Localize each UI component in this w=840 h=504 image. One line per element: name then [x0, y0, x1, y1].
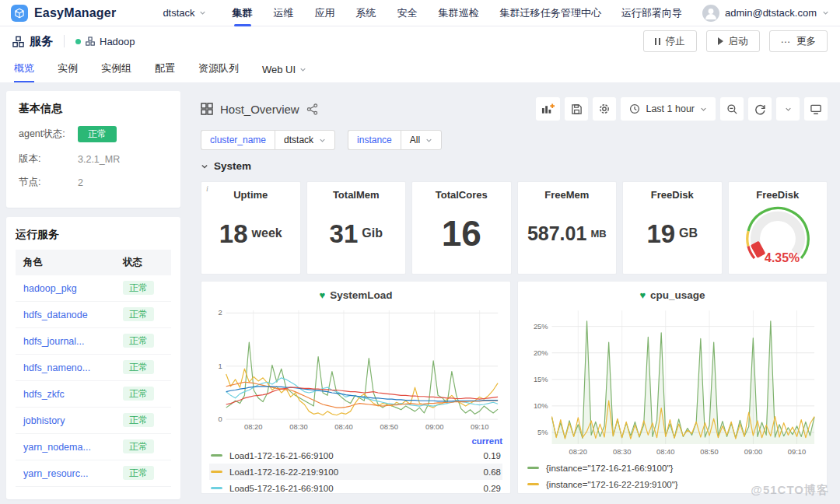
- svg-text:08:50: 08:50: [700, 448, 718, 456]
- stat-card-freedisk[interactable]: FreeDisk19GB: [622, 181, 723, 275]
- service-role-link[interactable]: hdfs_datanode: [23, 310, 88, 320]
- stat-card-freemem[interactable]: FreeMem587.01MB: [517, 181, 618, 275]
- filter-instance: instanceAll: [348, 130, 442, 150]
- user-menu[interactable]: admin@dtstack.com: [702, 5, 829, 22]
- gauge-card-freedisk[interactable]: FreeDisk4.35%: [728, 181, 828, 275]
- stat-value: 18: [219, 221, 248, 247]
- svg-text:08:20: 08:20: [244, 423, 262, 431]
- add-panel-button[interactable]: [536, 97, 560, 121]
- service-tabs: 概览实例实例组配置资源队列Web UI: [12, 56, 828, 82]
- topnav-right-link-2[interactable]: 运行部署向导: [621, 6, 682, 20]
- table-row: hdfs_nameno...正常: [16, 355, 171, 381]
- dashboard-panel: Host_Overview Last 1 hour: [190, 91, 834, 499]
- status-cell: 正常: [115, 302, 171, 328]
- running-services-table: 角色 状态 hadoop_pkg正常hdfs_datanode正常hdfs_jo…: [16, 250, 171, 487]
- brand[interactable]: EasyManager: [11, 5, 116, 22]
- column-role: 角色: [16, 250, 115, 275]
- legend-row: Load5-172-16-21-66:91000.29: [209, 480, 502, 496]
- service-icon: [12, 36, 24, 47]
- systemload-chart[interactable]: 08:2008:3008:4008:5009:0009:10012: [209, 303, 502, 434]
- tab-2[interactable]: 实例: [58, 61, 78, 82]
- tab-4[interactable]: 配置: [155, 61, 175, 82]
- service-role-link[interactable]: yarn_resourc...: [23, 468, 88, 479]
- play-icon: [718, 37, 723, 45]
- legend-row: Load1-172-16-21-66:91000.19: [209, 447, 502, 464]
- stat-title: TotalCores: [436, 189, 488, 201]
- topnav-item-6[interactable]: 集群巡检: [439, 0, 479, 26]
- role-cell: hdfs_journal...: [16, 328, 115, 355]
- pause-icon: [655, 38, 660, 45]
- status-cell: 正常: [115, 275, 171, 302]
- topnav-right-link-1[interactable]: 任务管理中心: [541, 6, 601, 20]
- stat-value: 587.01: [527, 224, 586, 243]
- topnav-item-7[interactable]: 集群迁移: [500, 0, 541, 26]
- service-role-link[interactable]: yarn_nodema...: [23, 442, 91, 453]
- legend-series-label[interactable]: Load1-172-16-21-66:9100: [229, 451, 476, 460]
- start-button[interactable]: 启动: [706, 30, 760, 52]
- topnav-item-5[interactable]: 安全: [397, 0, 418, 26]
- status-badge: 正常: [123, 307, 154, 321]
- topnav-item-4[interactable]: 系统: [356, 0, 376, 26]
- section-system-toggle[interactable]: System: [201, 160, 828, 172]
- running-services-card: 运行服务 角色 状态 hadoop_pkg正常hdfs_datanode正常hd…: [6, 217, 180, 499]
- node-label: 节点:: [19, 176, 78, 189]
- tab-5[interactable]: 资源队列: [198, 61, 239, 82]
- svg-text:08:30: 08:30: [289, 423, 307, 431]
- template-variable-filters: cluster_namedtstackinstanceAll: [201, 130, 828, 150]
- cpu-usage-chart[interactable]: 08:2008:3008:4008:5009:0009:105%10%15%20…: [526, 303, 819, 459]
- refresh-button[interactable]: [748, 97, 772, 121]
- status-cell: 正常: [115, 355, 171, 381]
- save-dashboard-button[interactable]: [565, 97, 588, 121]
- status-badge: 正常: [123, 387, 154, 401]
- status-cell: 正常: [115, 381, 171, 408]
- service-role-link[interactable]: hdfs_nameno...: [23, 362, 90, 373]
- systemload-chart-panel[interactable]: ♥ SystemLoad 08:2008:3008:4008:5009:0009…: [201, 281, 511, 494]
- stat-unit: Gib: [362, 226, 383, 240]
- tv-mode-button[interactable]: [804, 97, 828, 121]
- legend-series-label[interactable]: Load1-172-16-22-219:9100: [229, 467, 476, 477]
- service-role-link[interactable]: hdfs_zkfc: [23, 389, 65, 400]
- time-range-picker[interactable]: Last 1 hour: [621, 97, 716, 121]
- refresh-interval-dropdown[interactable]: [776, 97, 800, 121]
- status-badge: 正常: [123, 413, 154, 427]
- legend-series-label[interactable]: Load5-172-16-21-66:9100: [229, 484, 476, 493]
- version-label: 版本:: [19, 152, 78, 166]
- tab-1[interactable]: 概览: [14, 61, 34, 82]
- dashboard-settings-button[interactable]: [593, 97, 616, 121]
- service-role-link[interactable]: hdfs_journal...: [23, 336, 85, 347]
- service-actions: 停止 启动 ⋯ 更多: [643, 30, 828, 52]
- role-cell: jobhistory: [16, 408, 115, 434]
- stop-button[interactable]: 停止: [643, 30, 697, 52]
- topnav-item-3[interactable]: 应用: [315, 0, 335, 26]
- topnav-item-2[interactable]: 运维: [274, 0, 294, 26]
- role-cell: yarn_resourc...: [16, 460, 115, 487]
- stat-value: 16: [442, 215, 481, 251]
- service-role-link[interactable]: hadoop_pkg: [23, 283, 77, 294]
- stat-card-totalcores[interactable]: TotalCores16: [411, 181, 512, 275]
- service-role-link[interactable]: jobhistory: [23, 415, 65, 426]
- more-button[interactable]: ⋯ 更多: [769, 30, 828, 52]
- tab-3[interactable]: 实例组: [101, 61, 131, 82]
- tab-6[interactable]: Web UI: [262, 64, 306, 82]
- svg-text:08:30: 08:30: [613, 448, 631, 456]
- filter-label-instance: instance: [348, 130, 401, 150]
- stat-card-totalmem[interactable]: TotalMem31Gib: [306, 181, 407, 275]
- dashboard-toolbar: Last 1 hour: [536, 97, 828, 121]
- charts-row: ♥ SystemLoad 08:2008:3008:4008:5009:0009…: [201, 281, 828, 494]
- topnav-item-1[interactable]: 集群: [233, 0, 253, 26]
- cpu-usage-chart-panel[interactable]: ♥ cpu_usage 08:2008:3008:4008:5009:0009:…: [517, 281, 828, 494]
- filter-value-instance[interactable]: All: [401, 130, 442, 150]
- cluster-switcher[interactable]: dtstack: [163, 7, 205, 19]
- svg-text:09:00: 09:00: [744, 448, 762, 456]
- cluster-switcher-label: dtstack: [163, 7, 194, 19]
- topnav-right: 任务管理中心运行部署向导 admin@dtstack.com: [541, 5, 829, 22]
- zoom-out-button[interactable]: [720, 97, 744, 121]
- stat-card-uptime[interactable]: iUptime18week: [201, 181, 301, 275]
- share-icon[interactable]: [306, 103, 318, 115]
- watermark: @51CTO博客: [751, 483, 829, 498]
- table-row: yarn_nodema...正常: [16, 434, 171, 460]
- svg-text:1: 1: [219, 362, 222, 370]
- current-service[interactable]: Hadoop: [75, 36, 135, 47]
- filter-value-cluster_name[interactable]: dtstack: [275, 130, 335, 150]
- legend-series-label[interactable]: {instance="172-16-21-66:9100"}: [546, 464, 817, 473]
